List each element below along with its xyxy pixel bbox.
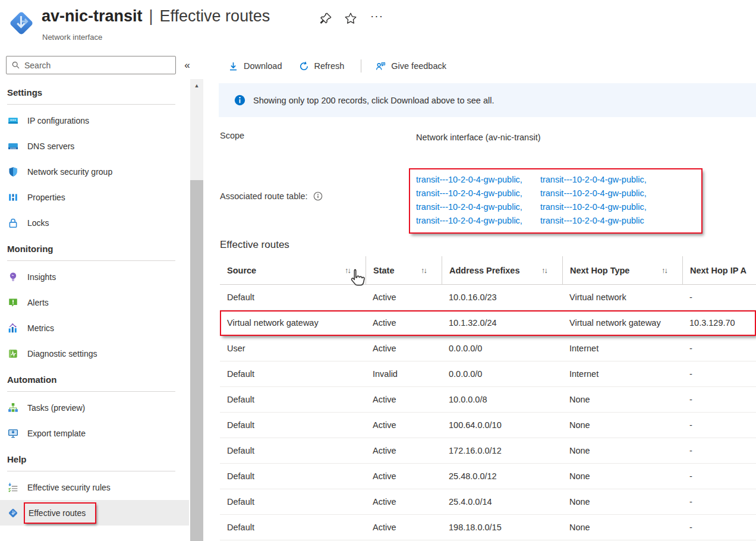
download-button[interactable]: Download bbox=[228, 61, 282, 71]
section-divider bbox=[7, 104, 175, 105]
resource-name: av-nic-transit bbox=[42, 7, 143, 26]
route-cell: Active bbox=[366, 387, 442, 412]
scrollbar-up-arrow[interactable]: ▲ bbox=[190, 81, 203, 90]
sidebar-collapse-button[interactable]: « bbox=[180, 58, 194, 73]
route-row: Virtual network gatewayActive10.1.32.0/2… bbox=[220, 310, 756, 336]
route-cell: - bbox=[682, 438, 756, 463]
sort-arrows-icon[interactable]: ↑↓ bbox=[662, 266, 667, 275]
diagnostic-settings-icon bbox=[8, 348, 18, 359]
route-cell: - bbox=[682, 285, 756, 310]
ip-configurations-icon bbox=[8, 115, 18, 126]
blade-name: Effective routes bbox=[160, 7, 270, 26]
sidebar-item-properties[interactable]: Properties bbox=[0, 184, 189, 210]
column-header-state[interactable]: State↑↓ bbox=[366, 256, 442, 284]
route-cell: Default bbox=[220, 464, 366, 489]
sort-arrows-icon[interactable]: ↑↓ bbox=[421, 266, 426, 275]
route-table-link[interactable]: transit---10-2-0-4-gw-public, bbox=[416, 200, 522, 214]
sidebar-item-locks[interactable]: Locks bbox=[0, 210, 189, 235]
route-row: DefaultInvalid0.0.0.0/0Internet- bbox=[220, 361, 756, 387]
sidebar-item-effective-security-rules[interactable]: Effective security rules bbox=[0, 474, 189, 500]
sidebar-item-label: Effective security rules bbox=[27, 483, 111, 492]
route-cell: - bbox=[682, 387, 756, 412]
route-table-link[interactable]: transit---10-2-0-4-gw-public, bbox=[416, 187, 522, 200]
sidebar-item-label: Network security group bbox=[27, 167, 112, 177]
refresh-icon bbox=[299, 61, 309, 71]
column-header-address-prefixes[interactable]: Address Prefixes↑↓ bbox=[442, 256, 562, 284]
route-cell: Internet bbox=[562, 361, 682, 386]
page-title: av-nic-transit | Effective routes bbox=[42, 7, 270, 26]
route-table-link[interactable]: transit---10-2-0-4-gw-public, bbox=[540, 200, 647, 214]
route-table-link[interactable]: transit---10-2-0-4-gw-public bbox=[540, 214, 647, 228]
route-row: DefaultActive25.4.0.0/14None- bbox=[220, 489, 756, 515]
route-table-link[interactable]: transit---10-2-0-4-gw-public, bbox=[416, 173, 522, 187]
sort-arrows-icon[interactable]: ↑↓ bbox=[345, 266, 350, 275]
give-feedback-button[interactable]: Give feedback bbox=[376, 61, 446, 71]
search-input[interactable] bbox=[24, 61, 171, 70]
alerts-icon bbox=[8, 297, 18, 308]
route-cell: Internet bbox=[562, 336, 682, 361]
sidebar-item-label: Metrics bbox=[27, 323, 54, 333]
route-cell: Default bbox=[220, 489, 366, 514]
sidebar-section-settings: SettingsIP configurationsWWWDNS serversN… bbox=[0, 84, 189, 235]
sidebar-item-metrics[interactable]: Metrics bbox=[0, 315, 189, 341]
star-icon[interactable] bbox=[344, 12, 357, 25]
column-header-next-hop-type[interactable]: Next Hop Type↑↓ bbox=[562, 256, 682, 284]
route-cell: Default bbox=[220, 285, 366, 310]
sidebar-nav: SettingsIP configurationsWWWDNS serversN… bbox=[0, 79, 189, 529]
route-table-link[interactable]: transit---10-2-0-4-gw-public, bbox=[540, 173, 647, 187]
route-row: DefaultActive100.64.0.0/10None- bbox=[220, 413, 756, 438]
route-cell: None bbox=[562, 515, 682, 540]
sidebar-item-export-template[interactable]: Export template bbox=[0, 420, 189, 446]
refresh-button[interactable]: Refresh bbox=[299, 61, 345, 71]
sidebar-item-label: Insights bbox=[27, 272, 56, 282]
sidebar-section-automation: AutomationTasks (preview)Export template bbox=[0, 371, 189, 446]
route-cell: 0.0.0.0/0 bbox=[442, 336, 562, 361]
route-cell: None bbox=[562, 489, 682, 514]
info-tooltip-icon[interactable] bbox=[313, 191, 323, 201]
export-template-icon bbox=[8, 428, 18, 439]
sidebar-item-ip-configurations[interactable]: IP configurations bbox=[0, 108, 189, 133]
sidebar-item-label: Tasks (preview) bbox=[27, 403, 85, 413]
pin-icon[interactable] bbox=[319, 12, 332, 25]
route-cell: - bbox=[682, 413, 756, 438]
scope-value: Network interface (av-nic-transit) bbox=[416, 133, 541, 142]
sidebar-item-dns-servers[interactable]: WWWDNS servers bbox=[0, 133, 189, 159]
route-cell: Active bbox=[366, 310, 442, 335]
locks-icon bbox=[8, 218, 18, 228]
route-row: DefaultActive198.18.0.0/15None- bbox=[220, 515, 756, 540]
column-label: Address Prefixes bbox=[449, 266, 519, 275]
sidebar-item-effective-routes[interactable]: Effective routes bbox=[0, 500, 189, 526]
column-header-next-hop-ip-a[interactable]: Next Hop IP A bbox=[682, 256, 756, 284]
route-table-link[interactable]: transit---10-2-0-4-gw-public, bbox=[540, 187, 647, 200]
effective-routes-icon bbox=[8, 508, 18, 518]
dns-servers-icon: WWW bbox=[8, 141, 18, 152]
route-cell: 100.64.0.0/10 bbox=[442, 413, 562, 438]
sidebar-search[interactable] bbox=[6, 56, 176, 74]
route-cell: Default bbox=[220, 515, 366, 540]
sidebar-item-label: Export template bbox=[27, 429, 86, 438]
banner-text: Showing only top 200 records, click Down… bbox=[253, 96, 494, 105]
route-cell: None bbox=[562, 438, 682, 463]
sidebar-item-diagnostic-settings[interactable]: Diagnostic settings bbox=[0, 341, 189, 366]
column-header-source[interactable]: Source↑↓ bbox=[220, 256, 366, 284]
column-label: State bbox=[373, 266, 394, 275]
sidebar-item-network-security-group[interactable]: Network security group bbox=[0, 159, 189, 184]
tasks-icon bbox=[8, 402, 18, 413]
route-cell: None bbox=[562, 464, 682, 489]
route-table-link[interactable]: transit---10-2-0-4-gw-public, bbox=[416, 214, 522, 228]
feedback-label: Give feedback bbox=[391, 61, 446, 71]
route-cell: 0.0.0.0/0 bbox=[442, 361, 562, 386]
sidebar-item-alerts[interactable]: Alerts bbox=[0, 290, 189, 315]
route-cell: Active bbox=[366, 489, 442, 514]
refresh-label: Refresh bbox=[314, 61, 345, 71]
sort-arrows-icon[interactable]: ↑↓ bbox=[541, 266, 547, 275]
ellipsis-icon[interactable]: ··· bbox=[369, 8, 385, 24]
sidebar-scrollbar[interactable]: ▲ bbox=[190, 79, 203, 541]
section-divider bbox=[7, 391, 175, 392]
sidebar-item-insights[interactable]: Insights bbox=[0, 264, 189, 290]
table-header-row: Source↑↓State↑↓Address Prefixes↑↓Next Ho… bbox=[220, 256, 756, 285]
route-row: DefaultActive10.0.0.0/8None- bbox=[220, 387, 756, 413]
scrollbar-thumb[interactable] bbox=[190, 180, 203, 541]
info-icon bbox=[234, 95, 245, 106]
sidebar-item-tasks-preview[interactable]: Tasks (preview) bbox=[0, 395, 189, 420]
